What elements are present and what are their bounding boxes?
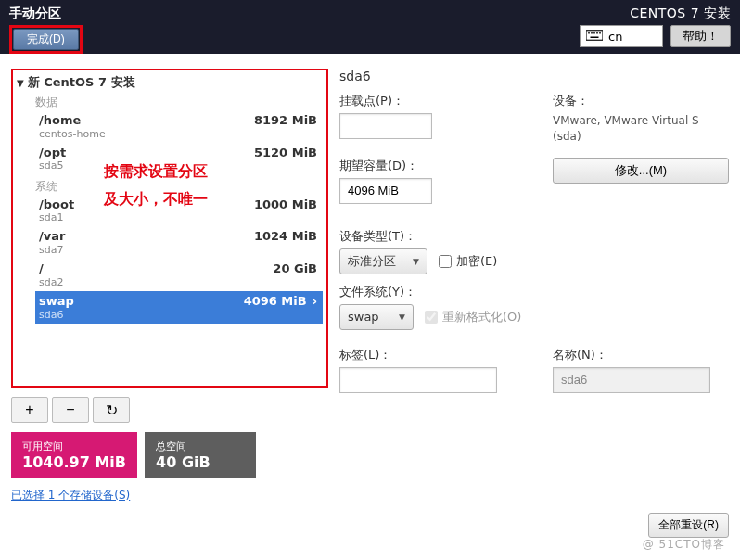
- mountpoint-input[interactable]: [339, 113, 432, 139]
- svg-rect-4: [596, 32, 598, 34]
- partition-home[interactable]: /homecentos-home 8192 MiB: [35, 110, 323, 143]
- install-title: CENTOS 7 安装: [630, 6, 731, 22]
- section-system-label: 系统: [35, 179, 323, 195]
- mountpoint-label: 挂载点(P)：: [339, 93, 432, 109]
- remove-partition-button[interactable]: −: [52, 397, 89, 423]
- partition-list-highlight: ▼ 新 CentOS 7 安装 数据 /homecentos-home 8192…: [11, 69, 328, 388]
- reformat-checkbox: 重新格式化(O): [425, 309, 521, 325]
- svg-rect-1: [588, 32, 590, 34]
- chevron-right-icon: ›: [313, 294, 317, 309]
- device-label: 设备：: [553, 93, 729, 109]
- caret-down-icon: ▼: [399, 312, 405, 322]
- reset-all-button[interactable]: 全部重设(R): [648, 513, 729, 538]
- caret-down-icon: ▼: [413, 257, 419, 266]
- top-bar: 手动分区 完成(D) CENTOS 7 安装 cn 帮助！: [0, 0, 740, 54]
- partition-root[interactable]: /sda2 20 GiB: [35, 259, 323, 291]
- svg-rect-6: [591, 36, 599, 38]
- partition-var[interactable]: /varsda7 1024 MiB: [35, 226, 323, 259]
- keyboard-layout-label: cn: [608, 30, 622, 44]
- svg-rect-3: [593, 32, 595, 34]
- help-button[interactable]: 帮助！: [670, 25, 731, 47]
- page-title: 手动分区: [9, 6, 83, 22]
- partition-list-panel: ▼ 新 CentOS 7 安装 数据 /homecentos-home 8192…: [11, 69, 328, 508]
- free-space-box: 可用空间 1040.97 MiB: [11, 432, 137, 478]
- filesystem-select[interactable]: swap ▼: [339, 304, 414, 330]
- label-label: 标签(L)：: [339, 347, 497, 363]
- capacity-label: 期望容量(D)：: [339, 158, 432, 174]
- partition-detail-panel: sda6 挂载点(P)： 设备： VMware, VMware Virtual …: [339, 69, 729, 508]
- device-value: VMware, VMware Virtual S (sda): [553, 113, 729, 145]
- install-heading[interactable]: ▼ 新 CentOS 7 安装: [17, 74, 323, 91]
- partition-swap[interactable]: swapsda6 4096 MiB›: [35, 291, 323, 324]
- reload-button[interactable]: ↻: [93, 397, 130, 423]
- keyboard-layout[interactable]: cn: [580, 25, 663, 47]
- add-partition-button[interactable]: +: [11, 397, 48, 423]
- encrypt-checkbox[interactable]: 加密(E): [439, 253, 497, 270]
- filesystem-label: 文件系统(Y)：: [339, 284, 729, 300]
- svg-rect-0: [586, 30, 603, 40]
- device-type-select[interactable]: 标准分区 ▼: [339, 248, 427, 274]
- caret-down-icon: ▼: [17, 78, 24, 88]
- total-space-box: 总空间 40 GiB: [145, 432, 256, 478]
- partition-boot[interactable]: /bootsda1 1000 MiB: [35, 195, 323, 227]
- done-button-highlight: 完成(D): [9, 25, 83, 54]
- partition-opt[interactable]: /optsda5 5120 MiB: [35, 143, 323, 175]
- section-data-label: 数据: [35, 95, 323, 110]
- name-input: [553, 367, 710, 393]
- done-button[interactable]: 完成(D): [13, 29, 79, 50]
- svg-rect-2: [591, 32, 593, 34]
- keyboard-icon: [586, 30, 603, 44]
- storage-devices-link[interactable]: 已选择 1 个存储设备(S): [11, 488, 130, 503]
- modify-device-button[interactable]: 修改...(M): [553, 158, 729, 184]
- device-type-label: 设备类型(T)：: [339, 228, 729, 245]
- watermark: @ 51CTO博客: [643, 537, 725, 553]
- detail-title: sda6: [339, 69, 729, 83]
- name-label: 名称(N)：: [553, 347, 729, 363]
- reload-icon: ↻: [106, 401, 118, 419]
- label-input[interactable]: [339, 367, 497, 393]
- svg-rect-5: [599, 32, 601, 34]
- capacity-input[interactable]: [339, 178, 432, 204]
